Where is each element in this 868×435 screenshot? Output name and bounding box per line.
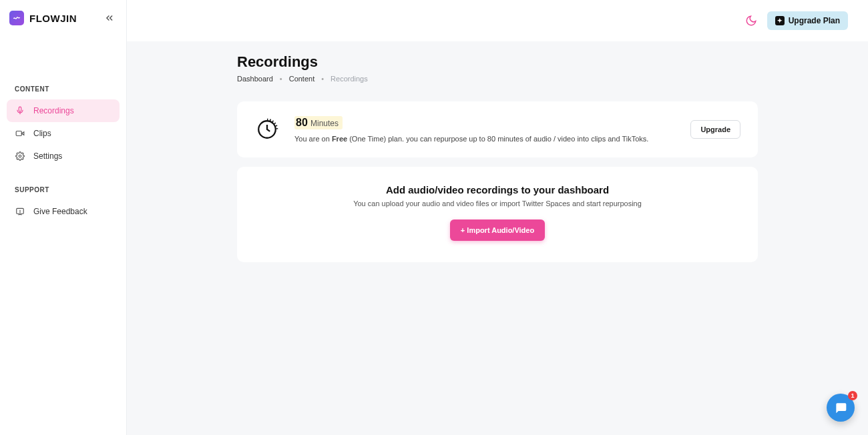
svg-rect-0 [19, 107, 21, 111]
breadcrumb-item[interactable]: Dashboard [237, 75, 273, 83]
empty-state-title: Add audio/video recordings to your dashb… [254, 184, 740, 195]
upgrade-plan-label: Upgrade Plan [789, 16, 840, 25]
svg-point-2 [19, 155, 21, 157]
sidebar-item-recordings[interactable]: Recordings [7, 99, 120, 122]
chat-icon [834, 401, 847, 414]
svg-rect-1 [16, 131, 21, 136]
microphone-icon [15, 105, 25, 116]
clock-icon [254, 117, 280, 142]
brand-mark-icon [9, 11, 24, 25]
sidebar-item-label: Settings [33, 151, 62, 161]
sidebar-item-label: Give Feedback [33, 207, 87, 216]
sidebar-item-label: Recordings [33, 106, 74, 115]
breadcrumb-current: Recordings [331, 75, 368, 83]
sidebar: FLOWJIN CONTENT Recordings Clips Setting… [0, 0, 127, 435]
upgrade-button[interactable]: Upgrade [690, 120, 740, 139]
sidebar-item-clips[interactable]: Clips [7, 122, 120, 145]
page-title: Recordings [237, 53, 758, 71]
upgrade-plan-button[interactable]: ✦ Upgrade Plan [767, 11, 848, 30]
brand-logo[interactable]: FLOWJIN [9, 11, 77, 25]
sidebar-item-settings[interactable]: Settings [7, 145, 120, 167]
sparkle-icon: ✦ [775, 16, 785, 25]
empty-state-subtitle: You can upload your audio and video file… [254, 199, 740, 207]
quota-minutes-value: 80 [296, 117, 308, 128]
topbar: ✦ Upgrade Plan [127, 0, 868, 41]
quota-minutes-label: Minutes [310, 119, 339, 128]
quota-card: 80 Minutes You are on Free (One Time) pl… [237, 101, 758, 157]
moon-icon [745, 15, 757, 27]
video-icon [15, 128, 25, 139]
sidebar-collapse-button[interactable] [102, 11, 117, 25]
main-content: Recordings Dashboard • Content • Recordi… [127, 41, 868, 435]
breadcrumb: Dashboard • Content • Recordings [237, 75, 758, 83]
theme-toggle[interactable] [744, 14, 758, 27]
gear-icon [15, 151, 25, 161]
empty-state-card: Add audio/video recordings to your dashb… [237, 167, 758, 262]
chat-fab[interactable]: 1 [827, 394, 855, 422]
brand-name: FLOWJIN [29, 13, 77, 24]
svg-point-4 [20, 212, 21, 213]
quota-description: You are on Free (One Time) plan. you can… [294, 135, 676, 143]
sidebar-item-feedback[interactable]: Give Feedback [7, 200, 120, 223]
chat-badge: 1 [848, 391, 857, 400]
import-audio-video-button[interactable]: + Import Audio/Video [450, 220, 545, 241]
feedback-icon [15, 206, 25, 217]
breadcrumb-item[interactable]: Content [289, 75, 315, 83]
sidebar-section-content: CONTENT [0, 85, 126, 93]
sidebar-item-label: Clips [33, 129, 51, 138]
sidebar-section-support: SUPPORT [0, 186, 126, 193]
